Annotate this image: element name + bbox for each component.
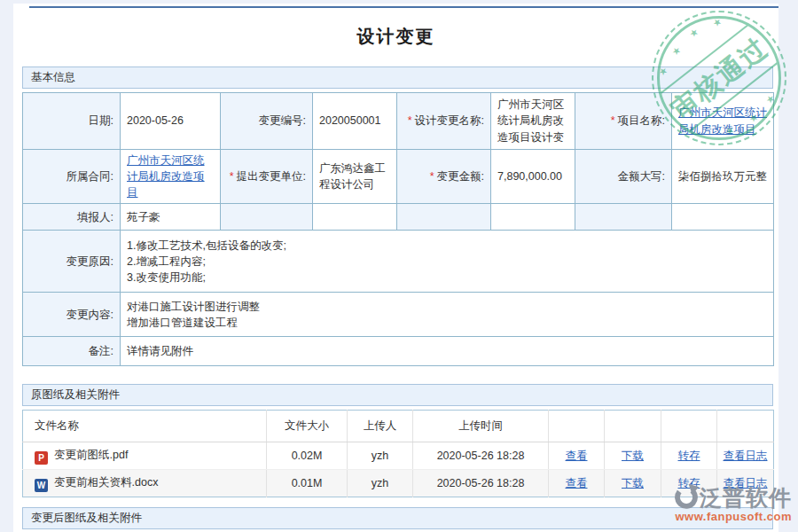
attachments-after-section: 变更后图纸及相关附件 (22, 507, 773, 529)
filler-label: 填报人: (77, 211, 113, 223)
action-cell: 查看 (549, 470, 605, 497)
file-size: 0.02M (267, 442, 348, 470)
filler-label-cell: 填报人: (23, 204, 121, 231)
empty-value-cell (313, 204, 397, 231)
change-name-value: 广州市天河区统计局机房改造项目设计变 (491, 93, 575, 150)
attachments-after-header: 变更后图纸及相关附件 (22, 507, 773, 529)
top-divider (29, 6, 778, 8)
table-row: 日期: 2020-05-26 变更编号: 2020050001 *设计变更名称:… (23, 93, 774, 150)
amount-caps-label-cell: 金额大写: (575, 150, 672, 204)
file-size: 0.01M (267, 470, 348, 497)
action-cell: 查看日志 (717, 442, 774, 470)
fanpu-logo-icon (673, 483, 700, 512)
change-reason-label-cell: 变更原因: (23, 231, 121, 293)
attachments-before-header: 原图纸及相关附件 (22, 384, 773, 406)
empty-value-cell (672, 204, 774, 231)
page-title: 设计变更 (13, 25, 778, 49)
word-file-icon: W (35, 479, 48, 492)
content-panel: 设计变更 基本信息 日期: 2020-05-26 变更编号: 202005000… (13, 4, 778, 532)
basic-info-table: 日期: 2020-05-26 变更编号: 2020050001 *设计变更名称:… (22, 92, 774, 366)
file-name-cell: W变更前相关资料.docx (23, 470, 267, 497)
file-uploader: yzh (348, 442, 413, 470)
amount-caps-label: 金额大写: (618, 170, 665, 183)
empty-label-cell (221, 204, 313, 231)
column-upload-time: 上传时间 (413, 411, 549, 442)
basic-info-section: 基本信息 日期: 2020-05-26 变更编号: 2020050001 *设计… (22, 66, 773, 366)
file-uploader: yzh (348, 470, 413, 497)
column-empty (549, 411, 605, 442)
change-unit-value: 广东鸿达鑫工程设计公司 (313, 150, 397, 204)
download-link[interactable]: 下载 (622, 450, 644, 462)
contract-label-cell: 所属合同: (23, 150, 121, 204)
column-uploader: 上传人 (348, 411, 413, 442)
watermark-brand-row: 泛普软件 (673, 483, 792, 512)
action-cell: 转存 (661, 442, 717, 470)
empty-label-cell (575, 204, 672, 231)
watermark-url: www.fanpusoft.com (673, 510, 792, 523)
remark-label-cell: 备注: (23, 337, 121, 366)
contract-link[interactable]: 广州市天河区统计局机房改造项目 (127, 154, 205, 199)
change-amount-label-cell: *变更金额: (397, 150, 491, 204)
file-upload-time: 2020-05-26 18:28 (413, 470, 549, 497)
watermark-brand: 泛普软件 (700, 483, 792, 512)
watermark: 泛普软件 www.fanpusoft.com (673, 483, 792, 523)
change-number-value: 2020050001 (313, 93, 397, 150)
action-cell: 查看 (549, 442, 605, 470)
file-row: P变更前图纸.pdf 0.02M yzh 2020-05-26 18:28 查看… (23, 442, 774, 470)
project-name-label: 项目名称: (618, 114, 665, 127)
column-empty (661, 411, 717, 442)
remark-value: 详情请见附件 (121, 337, 774, 366)
file-name-cell: P变更前图纸.pdf (23, 442, 267, 470)
project-name-value-cell: 广州市天河区统计局机房改造项目 (672, 93, 774, 150)
change-unit-label: 提出变更单位: (237, 170, 306, 183)
empty-value-cell (491, 204, 575, 231)
file-row: W变更前相关资料.docx 0.01M yzh 2020-05-26 18:28… (23, 470, 774, 497)
change-content-label-cell: 变更内容: (23, 293, 121, 337)
file-name: 变更前相关资料.docx (54, 476, 158, 489)
contract-label: 所属合同: (66, 170, 113, 183)
change-amount-label: 变更金额: (437, 170, 484, 183)
column-empty (717, 411, 774, 442)
download-link[interactable]: 下载 (622, 477, 644, 489)
file-name: 变更前图纸.pdf (54, 449, 128, 461)
attachments-header-row: 文件名称 文件大小 上传人 上传时间 (23, 411, 774, 442)
action-cell: 下载 (605, 442, 661, 470)
attachments-table: 文件名称 文件大小 上传人 上传时间 P变更前图纸.pdf 0.02M yzh … (22, 410, 774, 497)
project-name-label-cell: *项目名称: (575, 93, 672, 150)
table-row: 填报人: 苑子豪 (23, 204, 774, 231)
amount-caps-value: 柒佰捌拾玖万元整 (672, 150, 774, 204)
view-link[interactable]: 查看 (566, 477, 588, 489)
filler-value: 苑子豪 (121, 204, 221, 231)
change-amount-value: 7,890,000.00 (491, 150, 575, 204)
action-cell: 下载 (605, 470, 661, 497)
change-number-label-cell: 变更编号: (221, 93, 313, 150)
file-upload-time: 2020-05-26 18:28 (413, 442, 549, 470)
date-label-cell: 日期: (23, 93, 121, 150)
save-as-link[interactable]: 转存 (678, 450, 700, 462)
required-marker: * (408, 114, 412, 127)
change-name-label: 设计变更名称: (415, 114, 484, 127)
date-label: 日期: (89, 114, 113, 127)
column-file-name: 文件名称 (23, 411, 267, 442)
table-row: 变更原因: 1.修改工艺技术,包括设备的改变; 2.增减工程内容; 3.改变使用… (23, 231, 774, 293)
remark-label: 备注: (89, 345, 113, 357)
change-name-label-cell: *设计变更名称: (397, 93, 491, 150)
pdf-file-icon: P (35, 451, 48, 465)
project-name-link[interactable]: 广州市天河区统计局机房改造项目 (678, 106, 767, 135)
change-content-label: 变更内容: (66, 309, 113, 321)
basic-info-section-header: 基本信息 (22, 66, 773, 89)
view-log-link[interactable]: 查看日志 (724, 450, 768, 462)
required-marker: * (430, 170, 434, 183)
required-marker: * (230, 170, 234, 183)
table-row: 备注: 详情请见附件 (23, 337, 774, 366)
change-number-label: 变更编号: (259, 114, 306, 127)
view-link[interactable]: 查看 (566, 450, 588, 462)
change-reason-label: 变更原因: (66, 255, 113, 268)
attachments-before-section: 原图纸及相关附件 文件名称 文件大小 上传人 上传时间 P变更前图纸.pdf 0… (22, 384, 773, 497)
required-marker: * (611, 114, 615, 127)
change-unit-label-cell: *提出变更单位: (221, 150, 313, 204)
table-row: 所属合同: 广州市天河区统计局机房改造项目 *提出变更单位: 广东鸿达鑫工程设计… (23, 150, 774, 204)
column-empty (605, 411, 661, 442)
table-row: 变更内容: 对港口施工设计图进行调整 增加港口管道建设工程 (23, 293, 774, 337)
change-content-value: 对港口施工设计图进行调整 增加港口管道建设工程 (121, 293, 774, 337)
